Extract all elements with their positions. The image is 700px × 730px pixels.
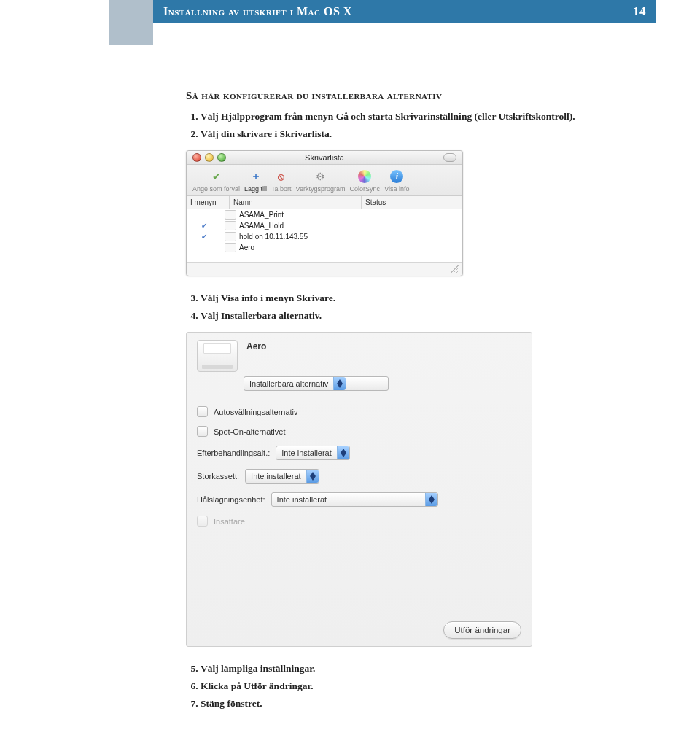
side-accent [109,0,153,45]
svg-marker-1 [337,384,343,388]
plus-icon: ＋ [246,169,265,184]
section-heading: Så här konfigurerar du installerbara alt… [186,90,656,102]
minimize-icon[interactable] [205,153,214,162]
section-rule [186,82,656,82]
step-7: Stäng fönstret. [201,698,656,710]
option-label: Autosvällningsalternativ [214,408,298,416]
section-select-value: Installerbara alternativ [249,379,328,388]
toolbar-toggle-pill[interactable] [443,153,456,162]
table-row[interactable]: ✔ ASAMA_Print [187,209,462,220]
option-label: Hålslagningsenhet: [197,495,265,504]
select-efterbehandling[interactable]: Inte installerat [276,446,349,460]
close-icon[interactable] [192,153,201,162]
step-6: Klicka på Utför ändringar. [201,680,656,692]
toolbar-label: Verktygsprogram [296,185,346,193]
option-auto[interactable]: Autosvällningsalternativ [197,406,521,417]
chevron-updown-icon [333,377,346,390]
svg-marker-3 [341,453,346,457]
checkbox [197,516,208,527]
printer-icon [225,232,236,241]
col-name[interactable]: Namn [230,196,362,209]
toolbar-label: Ange som förval [192,185,240,193]
printer-icon [197,340,238,372]
select-value: Inte installerat [251,472,300,481]
row-name: ASAMA_Print [239,211,284,219]
col-menu[interactable]: I menyn [187,196,230,209]
select-value: Inte installerat [281,449,331,457]
row-check[interactable]: ✔ [187,211,222,219]
printer-info-pane: Aero Installerbara alternativ Autosvälln… [186,332,532,647]
printer-icon [225,243,236,252]
resize-grip[interactable] [187,263,462,276]
table-row[interactable]: ✔ hold on 10.11.143.55 [187,231,462,242]
list-body: ✔ ASAMA_Print ✔ ASAMA_Hold ✔ hold on 10.… [187,209,462,263]
printer-list-window: Skrivarlista ✔ Ange som förval ＋ Lägg ti… [186,150,463,276]
step-3: Välj Visa info i menyn Skrivare. [201,292,656,304]
select-storkassett[interactable]: Inte installerat [245,469,319,484]
toolbar-utility[interactable]: ⚙ Verktygsprogram [296,169,346,193]
row-check[interactable]: ✔ [187,233,222,241]
toolbar-add[interactable]: ＋ Lägg till [244,169,267,193]
svg-marker-5 [310,476,316,481]
row-name: ASAMA_Hold [239,222,284,230]
toolbar-colorsync[interactable]: ColorSync [350,169,381,193]
step-4: Välj Installerbara alternativ. [201,310,656,322]
section-select[interactable]: Installerbara alternativ [244,376,389,391]
checkbox[interactable] [197,426,208,437]
gear-icon: ⚙ [311,169,330,184]
zoom-icon[interactable] [217,153,226,162]
option-label: Spot-On-alternativet [214,427,285,436]
chevron-updown-icon [306,470,319,483]
option-label: Insättare [214,517,245,526]
toolbar-set-default[interactable]: ✔ Ange som förval [192,169,240,193]
row-name: hold on 10.11.143.55 [239,233,308,241]
apply-button[interactable]: Utför ändringar [443,621,521,639]
option-efterbehandling: Efterbehandlingsalt.: Inte installerat [197,446,521,460]
traffic-lights [192,153,226,162]
row-check[interactable]: ✔ [187,244,222,252]
steps-list: Välj Hjälpprogram från menyn Gå och star… [186,111,656,140]
toolbar-label: Lägg till [244,185,267,193]
checkbox[interactable] [197,406,208,417]
option-label: Storkassett: [197,472,239,481]
printer-icon [225,221,236,230]
toolbar-show-info[interactable]: i Visa info [384,169,409,193]
table-row[interactable]: ✔ Aero [187,242,462,253]
steps-list: Välj Visa info i menyn Skrivare. Välj In… [186,292,656,322]
table-row[interactable]: ✔ ASAMA_Hold [187,220,462,231]
steps-list: Välj lämpliga inställningar. Klicka på U… [186,663,656,710]
printer-icon [225,210,236,220]
select-value: Inte installerat [277,495,327,504]
toolbar-label: Ta bort [271,185,292,193]
option-storkassett: Storkassett: Inte installerat [197,469,521,484]
row-check[interactable]: ✔ [187,222,222,230]
window-titlebar[interactable]: Skrivarlista [187,151,462,165]
select-halslagning[interactable]: Inte installerat [271,492,438,507]
apply-button-label: Utför ändringar [454,626,510,634]
toolbar: ✔ Ange som förval ＋ Lägg till ⦸ Ta bort … [187,165,462,196]
col-status[interactable]: Status [362,196,462,209]
chevron-updown-icon [337,446,349,459]
colorsync-icon [355,169,374,184]
info-icon: i [387,169,406,184]
step-2: Välj din skrivare i Skrivarlista. [201,128,656,140]
toolbar-remove[interactable]: ⦸ Ta bort [271,169,292,193]
window-title: Skrivarlista [187,153,462,162]
toolbar-label: ColorSync [350,185,381,193]
step-1: Välj Hjälpprogram från menyn Gå och star… [201,111,656,123]
row-name: Aero [239,244,254,252]
check-icon: ✔ [207,169,226,184]
toolbar-label: Visa info [384,185,409,193]
page-title: Inställning av utskrift i Mac OS X [163,5,352,18]
step-5: Välj lämpliga inställningar. [201,663,656,675]
page-header: Inställning av utskrift i Mac OS X 14 [153,0,656,23]
svg-marker-7 [429,500,435,504]
option-insattare: Insättare [197,516,521,527]
option-halslagning: Hålslagningsenhet: Inte installerat [197,492,521,507]
list-header: I menyn Namn Status [187,196,462,209]
option-label: Efterbehandlingsalt.: [197,449,270,457]
stop-icon: ⦸ [272,169,291,184]
chevron-updown-icon [425,493,438,506]
option-spot-on[interactable]: Spot-On-alternativet [197,426,521,437]
printer-name: Aero [246,341,266,352]
